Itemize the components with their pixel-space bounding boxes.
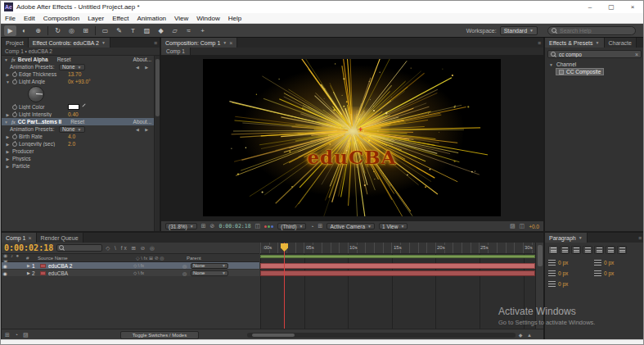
- layer-row-1[interactable]: ◉ ▶ 1 eduCBA 2 ◇ \ fx ◎ None ▼: [2, 262, 259, 270]
- scrollbar-vertical[interactable]: [154, 56, 160, 231]
- hand-tool-button[interactable]: ◐: [18, 25, 30, 36]
- layer-duration-bar[interactable]: [260, 263, 535, 269]
- roi-icon[interactable]: ◔: [310, 224, 313, 229]
- tab-render-queue[interactable]: Render Queue: [37, 233, 83, 243]
- timeline-zoom-icons[interactable]: ◆ ▲: [519, 332, 534, 338]
- physics-row[interactable]: ▶ Physics: [2, 155, 154, 162]
- layer-name[interactable]: eduCBA 2: [48, 263, 133, 269]
- layer-track-1[interactable]: [260, 262, 535, 270]
- snapshot-icon[interactable]: ◫: [255, 223, 261, 229]
- workspace-dropdown[interactable]: Standard ▼: [500, 26, 538, 35]
- pixel-aspect-icon[interactable]: ▨: [510, 223, 516, 229]
- scrollbar-thumb[interactable]: [155, 59, 160, 116]
- layer-name[interactable]: eduCBA: [48, 270, 133, 276]
- edge-thickness-value[interactable]: 13.70: [68, 71, 81, 77]
- effects-search-box[interactable]: ×: [547, 50, 642, 58]
- menu-file[interactable]: File: [1, 13, 20, 24]
- reset-link[interactable]: Reset: [70, 119, 84, 125]
- space-after-field[interactable]: 0 px: [592, 268, 638, 279]
- close-button[interactable]: ×: [622, 1, 643, 13]
- twirl-closed-icon[interactable]: ▶: [25, 270, 32, 275]
- timeline-tracks[interactable]: :00s 05s 10s 15s 20s 25s 30s: [260, 243, 535, 329]
- toggle-switches-modes-button[interactable]: Toggle Switches / Modes: [120, 331, 199, 339]
- scrollbar-thumb[interactable]: [252, 334, 295, 337]
- first-line-indent-value[interactable]: 0 px: [558, 281, 568, 287]
- timeline-view-option-icons[interactable]: ◇ \ fx ⊞ ⊘ ◎: [106, 245, 155, 252]
- category-channel[interactable]: ▼ Channel: [545, 61, 644, 68]
- parent-dropdown[interactable]: None ▼: [191, 270, 228, 276]
- menu-composition[interactable]: Composition: [39, 13, 83, 24]
- timeline-search-box[interactable]: [56, 244, 102, 252]
- layer-track-2[interactable]: [260, 270, 535, 277]
- parent-dropdown[interactable]: None ▼: [191, 263, 228, 269]
- layer-row-2[interactable]: ◉ ▶ 2 eduCBA ◇ \ fx ◎ None ▼: [2, 270, 259, 277]
- menu-layer[interactable]: Layer: [83, 13, 108, 24]
- effect-item-cc-composite[interactable]: CC Composite: [556, 68, 604, 75]
- twirl-closed-icon[interactable]: ▶: [5, 134, 11, 139]
- channel-icon[interactable]: [264, 225, 273, 228]
- exposure-value[interactable]: +0.0: [529, 224, 539, 229]
- effect-point-icon[interactable]: +: [358, 126, 363, 134]
- preset-prev-next-icons[interactable]: ◀ ▶: [136, 127, 151, 132]
- menu-animation[interactable]: Animation: [133, 13, 170, 24]
- close-tab-icon[interactable]: ×: [229, 40, 232, 46]
- space-after-value[interactable]: 0 px: [604, 270, 614, 276]
- align-right-button[interactable]: [571, 246, 581, 254]
- composition-stage[interactable]: eduCBA +: [203, 59, 501, 216]
- pan-behind-tool-button[interactable]: ⊞: [79, 25, 92, 36]
- menu-edit[interactable]: Edit: [20, 13, 39, 24]
- column-index[interactable]: #: [26, 256, 38, 261]
- menu-view[interactable]: View: [170, 13, 192, 24]
- layer-switches-icons[interactable]: ◇ \ fx: [133, 263, 182, 268]
- rotation-tool-button[interactable]: ↻: [52, 25, 64, 36]
- space-before-field[interactable]: 0 px: [547, 268, 592, 279]
- justify-last-left-button[interactable]: [583, 246, 592, 254]
- preset-prev-next-icons[interactable]: ◀ ▶: [136, 65, 151, 70]
- justify-all-button[interactable]: [617, 246, 627, 254]
- menu-help[interactable]: Help: [224, 13, 245, 24]
- clear-search-icon[interactable]: ×: [635, 52, 638, 57]
- eraser-tool-button[interactable]: ▱: [169, 25, 181, 36]
- stopwatch-icon[interactable]: [12, 142, 17, 147]
- indent-left-field[interactable]: 0 px: [547, 257, 592, 268]
- subtab-comp-1[interactable]: Comp 1: [161, 48, 191, 55]
- safe-guides-icon[interactable]: ⊞: [201, 223, 206, 229]
- work-area-bar[interactable]: [260, 255, 535, 258]
- column-source-name[interactable]: Source Name: [38, 256, 136, 261]
- minimize-button[interactable]: –: [579, 1, 601, 13]
- effect-header-cc-particle-systems[interactable]: ▼ fx CC Part...stems II Reset About...: [2, 118, 154, 125]
- twirl-closed-icon[interactable]: ▶: [25, 263, 32, 268]
- animation-presets-dropdown[interactable]: None ▼: [59, 126, 85, 133]
- pen-tool-button[interactable]: ✎: [113, 25, 125, 36]
- panel-menu-icon[interactable]: ≡: [151, 38, 160, 48]
- type-tool-button[interactable]: T: [127, 25, 139, 36]
- selection-tool-button[interactable]: ▶: [4, 25, 16, 36]
- stopwatch-icon[interactable]: [12, 79, 17, 84]
- about-link[interactable]: About...: [133, 119, 151, 125]
- align-center-button[interactable]: [560, 246, 570, 254]
- tab-project[interactable]: Project: [2, 38, 29, 48]
- layer-duration-bar[interactable]: [260, 270, 535, 276]
- timeline-scrollbar-vertical[interactable]: [535, 243, 543, 329]
- magnification-dropdown[interactable]: (31.8%) ▼: [165, 223, 197, 229]
- help-search-box[interactable]: [547, 26, 636, 35]
- puppet-pin-tool-button[interactable]: +: [196, 25, 209, 36]
- justify-last-right-button[interactable]: [606, 246, 615, 254]
- stopwatch-icon[interactable]: [12, 112, 17, 117]
- about-link[interactable]: About...: [133, 57, 151, 62]
- mask-tool-button[interactable]: ▭: [99, 25, 111, 36]
- view-layout-dropdown[interactable]: 1 View ▼: [379, 223, 408, 229]
- twirl-closed-icon[interactable]: ▶: [5, 142, 11, 147]
- camera-tool-button[interactable]: ◎: [65, 25, 78, 36]
- indent-right-value[interactable]: 0 px: [604, 260, 614, 266]
- light-intensity-value[interactable]: 0.40: [68, 111, 79, 117]
- panel-menu-icon[interactable]: ≡: [535, 38, 543, 48]
- eyedropper-icon[interactable]: [81, 104, 87, 110]
- effects-search-input[interactable]: [559, 52, 633, 57]
- close-tab-icon[interactable]: ×: [29, 235, 32, 241]
- effect-header-bevel-alpha[interactable]: ▼ fx Bevel Alpha Reset About...: [2, 56, 154, 63]
- longevity-value[interactable]: 2.0: [68, 141, 75, 147]
- particle-row[interactable]: ▶ Particle: [2, 162, 154, 170]
- layer-switches-icons[interactable]: ◇ \ fx: [133, 270, 182, 275]
- pickwhip-icon[interactable]: ◎: [182, 270, 191, 276]
